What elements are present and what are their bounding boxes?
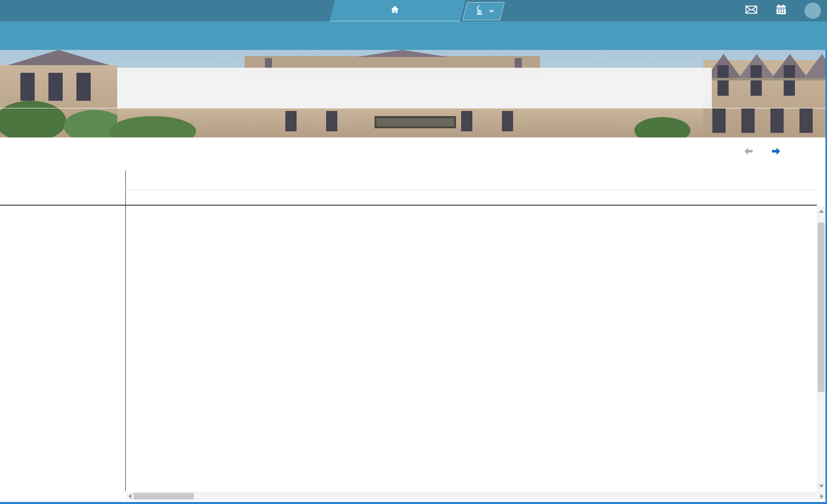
top-bar xyxy=(0,0,827,21)
page-title xyxy=(117,68,126,108)
main-nav xyxy=(0,21,827,50)
previous-button[interactable] xyxy=(744,148,756,156)
planner-header-bar xyxy=(117,68,712,108)
arrow-left-icon xyxy=(744,148,753,156)
hero-banner xyxy=(0,50,827,137)
header-bottom-border xyxy=(0,205,817,206)
scroll-right-arrow[interactable] xyxy=(820,494,823,499)
window-border-bottom xyxy=(0,502,827,504)
messages-button[interactable] xyxy=(745,5,762,17)
vertical-scroll-thumb[interactable] xyxy=(818,222,824,392)
vertical-scrollbar[interactable] xyxy=(817,206,825,492)
avatar[interactable] xyxy=(805,3,821,19)
class-details-column xyxy=(0,171,126,491)
horizontal-scrollbar[interactable] xyxy=(126,492,825,500)
counts-row-divider xyxy=(126,189,817,190)
scroll-up-arrow[interactable] xyxy=(819,210,824,213)
planner-grid xyxy=(0,171,827,502)
column-logo-icon xyxy=(473,4,486,18)
date-navigation xyxy=(731,145,780,159)
next-button[interactable] xyxy=(769,148,780,156)
home-icon xyxy=(390,5,400,17)
hero-divider xyxy=(0,108,827,108)
school-switcher[interactable] xyxy=(465,2,502,20)
envelope-icon xyxy=(745,5,758,17)
days-viewport xyxy=(126,171,817,492)
my-calendar-button[interactable] xyxy=(776,4,791,18)
arrow-right-icon xyxy=(772,148,780,156)
portal-tab[interactable] xyxy=(332,0,463,21)
scroll-left-arrow[interactable] xyxy=(128,494,131,499)
chevron-down-icon xyxy=(489,7,494,16)
calendar-icon xyxy=(776,4,787,18)
horizontal-scroll-thumb[interactable] xyxy=(134,493,194,499)
scroll-down-arrow[interactable] xyxy=(819,485,824,488)
